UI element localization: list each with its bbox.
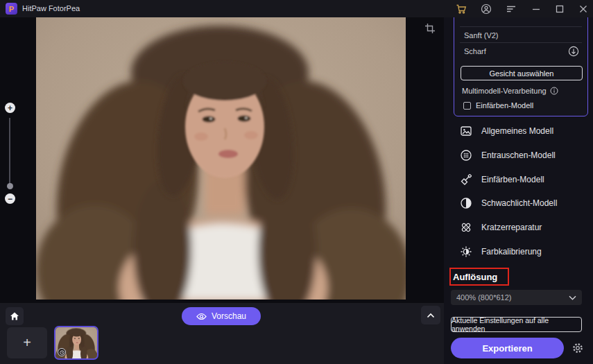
zoom-slider-track[interactable] — [9, 118, 10, 186]
eye-icon — [196, 313, 207, 320]
model-label: Kratzerreparatur — [481, 223, 542, 232]
zoom-slider-thumb[interactable] — [7, 183, 13, 189]
thumbnail-status-badge — [58, 348, 66, 356]
cart-icon[interactable] — [455, 3, 467, 15]
checkbox-icon[interactable] — [463, 102, 471, 110]
model-item-schwachlicht-modell[interactable]: Schwachlicht-Modell — [444, 193, 593, 213]
denoise-model-icon — [460, 149, 472, 162]
model-item-einfaerben-modell[interactable]: Einfärben-Modell — [444, 170, 593, 189]
select-face-button[interactable]: Gesicht auswählen — [461, 66, 583, 80]
scratch-repair-icon — [460, 221, 472, 234]
preview-image — [36, 17, 406, 300]
app-window: P HitPaw FotorPea — [0, 0, 593, 364]
general-model-icon — [460, 125, 472, 137]
model-label: Entrauschen-Modell — [481, 150, 556, 160]
resolution-label: Auflösung — [453, 272, 497, 282]
zoom-in-button[interactable]: + — [5, 103, 15, 113]
close-icon[interactable] — [577, 3, 590, 15]
divider — [460, 26, 582, 27]
model-label: Einfärben-Modell — [481, 175, 544, 184]
color-calibration-icon — [460, 245, 472, 258]
image-thumbnail[interactable] — [54, 326, 98, 360]
download-circle-icon[interactable] — [568, 46, 579, 58]
crop-icon[interactable] — [424, 23, 437, 35]
app-title: HitPaw FotorPea — [22, 0, 80, 17]
home-icon — [10, 311, 19, 321]
model-label: Schwachlicht-Modell — [481, 198, 557, 208]
model-label: Allgemeines Modell — [481, 126, 553, 136]
titlebar: P HitPaw FotorPea — [0, 0, 593, 17]
gear-icon — [571, 342, 584, 354]
colorize-model-checkbox[interactable]: Einfärben-Modell — [463, 101, 533, 110]
resolution-dropdown[interactable]: 400% (800*612) — [451, 290, 582, 305]
export-button[interactable]: Exportieren — [451, 338, 564, 358]
colorize-model-icon — [460, 173, 472, 186]
model-settings-panel: Sanft (V2) Scharf Gesicht auswählen Mult… — [454, 12, 588, 116]
model-item-allgemeines-modell[interactable]: Allgemeines Modell — [444, 121, 593, 141]
editor-canvas: + − — [0, 17, 444, 303]
option-scharf[interactable]: Scharf — [460, 44, 582, 59]
minimize-icon[interactable] — [530, 3, 542, 15]
model-item-kratzerreparatur[interactable]: Kratzerreparatur — [444, 218, 593, 237]
chevron-up-icon — [427, 313, 435, 318]
maximize-icon[interactable] — [553, 3, 566, 15]
multimodel-section: Multimodell-Verarbeitung — [462, 87, 558, 95]
info-icon[interactable] — [550, 87, 558, 95]
checkbox-label: Einfärben-Modell — [476, 101, 533, 110]
add-image-button[interactable]: + — [7, 327, 47, 358]
option-label: Scharf — [464, 47, 486, 55]
resolution-value: 400% (800*612) — [456, 293, 512, 302]
app-logo: P — [6, 3, 17, 15]
option-label: Sanft (V2) — [464, 31, 499, 40]
multimodel-label: Multimodell-Verarbeitung — [462, 87, 547, 95]
bottom-bar: Vorschau + — [0, 303, 444, 364]
export-settings-button[interactable] — [570, 340, 585, 356]
model-label: Farbkalibrierung — [481, 247, 542, 257]
preview-button-label: Vorschau — [212, 311, 246, 321]
home-button[interactable] — [6, 307, 24, 325]
model-item-entrauschen-modell[interactable]: Entrauschen-Modell — [444, 146, 593, 165]
model-item-farbkalibrierung[interactable]: Farbkalibrierung — [444, 242, 593, 261]
preview-button[interactable]: Vorschau — [182, 307, 261, 325]
sidebar: Sanft (V2) Scharf Gesicht auswählen Mult… — [444, 17, 593, 364]
option-sanft-v2[interactable]: Sanft (V2) — [460, 28, 582, 43]
account-icon[interactable] — [480, 3, 492, 15]
chevron-down-icon — [569, 295, 576, 300]
zoom-out-button[interactable]: − — [5, 193, 15, 204]
apply-to-all-button[interactable]: Aktuelle Einstellungen auf alle anwenden — [451, 317, 582, 332]
collapse-panel-button[interactable] — [421, 306, 440, 324]
lowlight-model-icon — [460, 197, 472, 209]
menu-icon[interactable] — [505, 3, 517, 15]
